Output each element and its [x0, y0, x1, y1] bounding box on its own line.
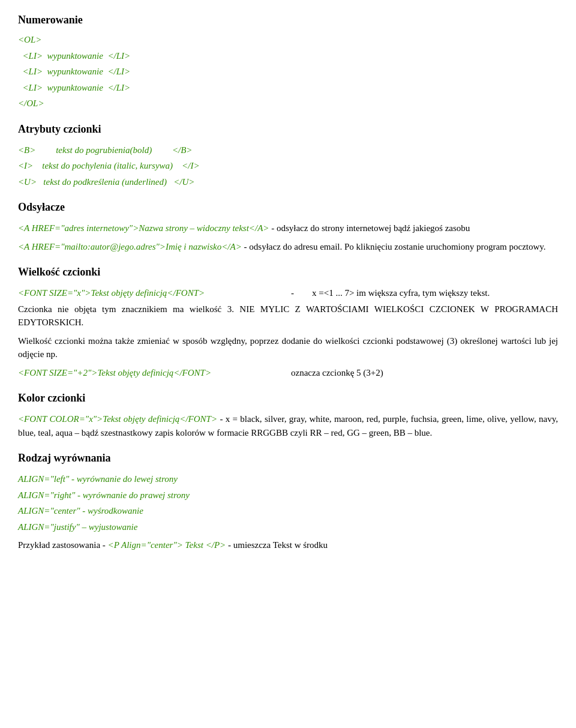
atrybuty-b-left: <B> tekst do pogrubienia(bold) </B> [18, 143, 285, 157]
wielkosc-row1: <FONT SIZE="x">Tekst objęty definicją</F… [18, 286, 558, 300]
wielkosc-font-text: - x =<1 ... 7> im większa cyfra, tym wię… [291, 286, 558, 300]
rodzaj-section: Rodzaj wyrównania ALIGN="left" - wyrówna… [18, 450, 558, 552]
atrybuty-section: Atrybuty czcionki <B> tekst do pogrubien… [18, 121, 558, 189]
ol-open: <OL> [18, 33, 558, 47]
odsylacze-mailto-green: <A HREF="mailto:autor@jego.adres">Imię i… [18, 242, 242, 251]
atrybuty-u-right [291, 175, 558, 189]
li-2: <LI> wypunktowanie </LI> [18, 65, 558, 79]
align-right: ALIGN="right" - wyrównanie do prawej str… [18, 489, 558, 502]
rodzaj-example: Przykład zastosowania - <P Align="center… [18, 538, 558, 552]
odsylacze-line2: <A HREF="mailto:autor@jego.adres">Imię i… [18, 240, 558, 254]
rodzaj-example-code: <P Align="center"> Tekst </P> [108, 540, 226, 550]
atrybuty-i-right [291, 159, 558, 173]
wielkosc-font2-text: oznacza czcionkę 5 (3+2) [291, 366, 558, 380]
align-justify: ALIGN="justify" – wyjustowanie [18, 520, 558, 534]
atrybuty-i-left: <I> tekst do pochylenia (italic, kursywa… [18, 159, 285, 173]
wielkosc-p2: Czcionka nie objęta tym znacznikiem ma w… [18, 302, 558, 329]
ol-close: </OL> [18, 97, 558, 110]
odsylacze-section: Odsyłacze <A HREF="adres internetowy">Na… [18, 199, 558, 253]
kolor-font-green: <FONT COLOR="x">Tekst objęty definicją</… [18, 414, 217, 424]
ol-block: <OL> <LI> wypunktowanie </LI> <LI> wypun… [18, 33, 558, 110]
atrybuty-row-b: <B> tekst do pogrubienia(bold) </B> [18, 143, 558, 157]
align-left: ALIGN="left" - wyrównanie do lewej stron… [18, 472, 558, 486]
rodzaj-title: Rodzaj wyrównania [18, 450, 558, 466]
odsylacze-line1: <A HREF="adres internetowy">Nazwa strony… [18, 221, 558, 235]
wielkosc-row4: <FONT SIZE="+2">Tekst objęty definicją</… [18, 366, 558, 380]
odsylacze-title: Odsyłacze [18, 199, 558, 215]
atrybuty-b-right [291, 143, 558, 157]
atrybuty-row-u: <U> tekst do podkreślenia (underlined) <… [18, 175, 558, 189]
wielkosc-title: Wielkość czcionki [18, 264, 558, 280]
wielkosc-section: Wielkość czcionki <FONT SIZE="x">Tekst o… [18, 264, 558, 379]
odsylacze-href-text: - odsyłacz do strony internetowej bądź j… [271, 223, 470, 233]
li-1: <LI> wypunktowanie </LI> [18, 49, 558, 63]
wielkosc-font2-green: <FONT SIZE="+2">Tekst objęty definicją</… [18, 366, 285, 380]
li-3: <LI> wypunktowanie </LI> [18, 81, 558, 95]
odsylacze-href-green: <A HREF="adres internetowy">Nazwa strony… [18, 223, 269, 233]
wielkosc-p3: Wielkość czcionki można także zmieniać w… [18, 334, 558, 361]
rodzaj-example-post: - umieszcza Tekst w środku [228, 540, 328, 550]
atrybuty-title: Atrybuty czcionki [18, 121, 558, 137]
numerowanie-section: Numerowanie <OL> <LI> wypunktowanie </LI… [18, 12, 558, 110]
kolor-line1: <FONT COLOR="x">Tekst objęty definicją</… [18, 412, 558, 439]
atrybuty-row-i: <I> tekst do pochylenia (italic, kursywa… [18, 159, 558, 173]
odsylacze-mailto-text: - odsyłacz do adresu email. Po kliknięci… [244, 242, 546, 251]
kolor-section: Kolor czcionki <FONT COLOR="x">Tekst obj… [18, 390, 558, 439]
rodzaj-example-pre: Przykład zastosowania - [18, 540, 108, 550]
align-center: ALIGN="center" - wyśrodkowanie [18, 504, 558, 518]
numerowanie-title: Numerowanie [18, 12, 558, 28]
atrybuty-u-left: <U> tekst do podkreślenia (underlined) <… [18, 175, 285, 189]
wielkosc-font-green: <FONT SIZE="x">Tekst objęty definicją</F… [18, 286, 285, 300]
kolor-title: Kolor czcionki [18, 390, 558, 406]
